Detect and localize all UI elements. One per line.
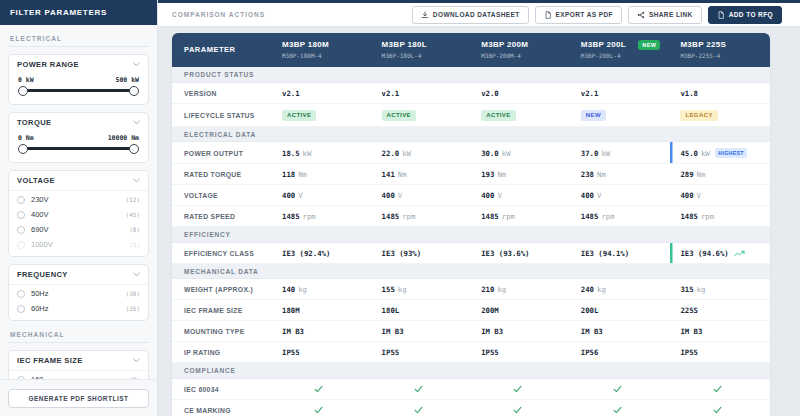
filter-option-count: (12): [126, 196, 140, 203]
value-cell: 1485rpm: [372, 206, 472, 227]
filter-option-label: 230V: [31, 195, 126, 204]
download-datasheet-button[interactable]: DOWNLOAD DATASHEET: [412, 6, 529, 24]
chevron-down-icon: [133, 62, 140, 67]
cell-unit: rpm: [303, 212, 316, 221]
value-cell: 193Nm: [471, 164, 571, 185]
compliance-cell: [471, 379, 571, 400]
filter-option-count: (38): [126, 290, 140, 297]
filter-group-header[interactable]: VOLTAGE: [9, 171, 148, 190]
status-cell: ACTIVE: [372, 104, 472, 127]
filter-option-690v[interactable]: 690V(8): [9, 222, 148, 237]
filter-option-60hz[interactable]: 60Hz(35): [9, 301, 148, 316]
filter-option-230v[interactable]: 230V(12): [9, 192, 148, 207]
cell-value: IM B3: [581, 327, 603, 336]
cell-unit: V: [597, 191, 601, 200]
cell-value: 400: [282, 191, 295, 200]
status-badge: ACTIVE: [282, 110, 316, 121]
model-text: M3BP 200MM3BP-200M-4: [481, 40, 528, 59]
cell-unit: V: [398, 191, 402, 200]
model-code: M3BP-225S-4: [680, 52, 726, 59]
checkbox-icon[interactable]: [17, 226, 25, 234]
cell-value: 400: [481, 191, 494, 200]
cell-value: IE3 (93.6%): [481, 249, 529, 258]
add-to-rfq-button[interactable]: ADD TO RFQ: [708, 6, 782, 24]
cell-value: 289: [680, 170, 693, 179]
column-header-m3bp-200m-4[interactable]: M3BP 200MM3BP-200M-4: [471, 33, 571, 67]
range-slider: 0 Nm10000 Nm: [9, 132, 148, 162]
table-section-mechanical-data: MECHANICAL DATA: [172, 264, 770, 280]
range-handle-max[interactable]: [129, 144, 139, 154]
filter-option-400v[interactable]: 400V(45): [9, 207, 148, 222]
range-max-label: 10000 Nm: [108, 134, 139, 142]
filter-group-header[interactable]: TORQUE: [9, 113, 148, 132]
cell-value: IP55: [481, 348, 499, 357]
value-cell: 238Nm: [571, 164, 671, 185]
filter-option-50hz[interactable]: 50Hz(38): [9, 286, 148, 301]
range-handle-min[interactable]: [18, 144, 28, 154]
column-header-content: M3BP 225SM3BP-225S-4: [680, 40, 760, 59]
range-track[interactable]: [21, 89, 136, 92]
compliance-cell: [670, 379, 770, 400]
checkbox-icon[interactable]: [17, 305, 25, 313]
comparison-actions-bar: COMPARISON ACTIONS DOWNLOAD DATASHEETEXP…: [158, 3, 800, 27]
filter-option-count: (1): [129, 241, 140, 248]
filter-group-title: FREQUENCY: [17, 270, 68, 279]
cell-unit: kW: [303, 149, 312, 158]
row-label: RATED TORQUE: [172, 164, 272, 185]
cell-value: 1485: [382, 212, 400, 221]
row-label: IP RATING: [172, 342, 272, 363]
value-cell: IM B3: [571, 321, 671, 342]
check-icon: [613, 406, 622, 414]
range-handle-min[interactable]: [18, 86, 28, 96]
column-header-m3bp-180l-4[interactable]: M3BP 180LM3BP-180L-4: [372, 33, 472, 67]
cell-value: 37.0: [581, 149, 599, 158]
filter-group-header[interactable]: IEC FRAME SIZE: [9, 351, 148, 370]
model-name: M3BP 180L: [382, 40, 427, 49]
row-label: MOUNTING TYPE: [172, 321, 272, 342]
filter-option-label: 400V: [31, 210, 126, 219]
value-cell: 400V: [670, 185, 770, 206]
filter-group-header[interactable]: POWER RANGE: [9, 55, 148, 74]
filter-group-header[interactable]: FREQUENCY: [9, 265, 148, 284]
range-max-label: 500 kW: [116, 76, 139, 84]
generate-pdf-shortlist-button[interactable]: GENERATE PDF SHORTLIST: [8, 389, 149, 408]
cell-value: IM B3: [680, 327, 702, 336]
filter-group-torque: TORQUE0 Nm10000 Nm: [8, 112, 149, 163]
value-cell: IM B3: [471, 321, 571, 342]
cell-value: 400: [680, 191, 693, 200]
table-section-efficiency: EFFICIENCY: [172, 227, 770, 243]
value-cell: 210kg: [471, 279, 571, 300]
value-cell: 140kg: [272, 279, 372, 300]
filter-option-label: 60Hz: [31, 304, 126, 313]
export-as-pdf-button[interactable]: EXPORT AS PDF: [535, 6, 622, 24]
compliance-cell: [372, 400, 472, 416]
filter-group-title: TORQUE: [17, 118, 51, 127]
cell-value: IP55: [680, 348, 698, 357]
filter-sidebar-title: FILTER PARAMETERS: [0, 0, 157, 25]
filter-option-label: 690V: [31, 225, 129, 234]
value-cell: 18.5kW: [272, 142, 372, 164]
share-link-button[interactable]: SHARE LINK: [628, 6, 702, 24]
range-handle-max[interactable]: [129, 86, 139, 96]
checkbox-icon[interactable]: [17, 196, 25, 204]
row-label: VOLTAGE: [172, 185, 272, 206]
value-cell: 141Nm: [372, 164, 472, 185]
range-track[interactable]: [21, 147, 136, 150]
cell-unit: kW: [701, 149, 710, 158]
filter-option-160[interactable]: 160(8): [9, 372, 148, 379]
checkbox-icon[interactable]: [17, 290, 25, 298]
cell-value: IE3 (93%): [382, 249, 422, 258]
column-header-m3bp-225s-4[interactable]: M3BP 225SM3BP-225S-4: [670, 33, 770, 67]
column-header-m3bp-180m-4[interactable]: M3BP 180MM3BP-180M-4: [272, 33, 372, 67]
cell-value: v2.1: [282, 89, 300, 98]
filter-group-title: VOLTAGE: [17, 176, 55, 185]
column-header-m3bp-200l-4[interactable]: M3BP 200LM3BP-200L-4NEW: [571, 33, 671, 67]
column-header-content: M3BP 180MM3BP-180M-4: [282, 40, 362, 59]
check-icon: [414, 385, 423, 393]
comparison-actions-label: COMPARISON ACTIONS: [172, 11, 406, 18]
check-icon: [314, 385, 323, 393]
row-label: EFFICIENCY CLASS: [172, 243, 272, 264]
checkbox-icon[interactable]: [17, 211, 25, 219]
model-text: M3BP 225SM3BP-225S-4: [680, 40, 726, 59]
filter-option-label: 1000V: [31, 240, 129, 249]
